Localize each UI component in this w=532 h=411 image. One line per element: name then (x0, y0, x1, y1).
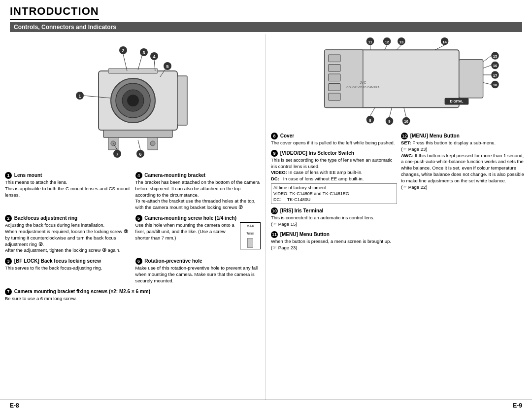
svg-line-50 (385, 45, 387, 50)
left-camera-svg: 1 2 3 4 5 (69, 41, 197, 165)
svg-text:2: 2 (122, 48, 124, 53)
svg-line-71 (370, 107, 375, 116)
main-title: INTRODUCTION (10, 5, 99, 20)
svg-rect-36 (329, 64, 340, 71)
svg-rect-37 (329, 74, 340, 81)
svg-text:1: 1 (78, 94, 81, 99)
desc-item-setawc: 12 [MENU] Menu Button SET: Press this bu… (401, 133, 527, 228)
svg-line-56 (435, 45, 445, 50)
right-diagram: JVC COLOR VIDEO CAMERA DIGITAL 11 12 (271, 34, 527, 133)
svg-line-62 (483, 65, 492, 68)
desc-item-3: 3 [BF LOCK] Back focus locking screw Thi… (5, 258, 131, 284)
svg-rect-35 (329, 55, 340, 62)
svg-text:5: 5 (166, 64, 168, 69)
desc-item-videodc: 9 [VIDEO/DC] Iris Selector Switch This i… (271, 150, 397, 205)
svg-line-77 (404, 107, 406, 117)
svg-line-74 (390, 107, 392, 117)
content-area: 1 2 3 4 5 (0, 34, 532, 400)
right-descriptions: 8 Cover The cover opens if it is pulled … (271, 133, 527, 253)
svg-text:10: 10 (404, 119, 408, 124)
svg-text:13: 13 (399, 39, 404, 44)
svg-line-53 (397, 45, 401, 50)
svg-text:DIGITAL: DIGITAL (450, 100, 464, 103)
desc-item-iris: 10 [IRIS] Iris Terminal This is connecte… (271, 207, 397, 228)
subtitle-bar: Controls, Connectors and Indicators (10, 22, 522, 32)
svg-line-29 (138, 140, 140, 150)
svg-rect-5 (108, 68, 158, 73)
svg-text:JVC: JVC (360, 80, 366, 84)
svg-text:9: 9 (388, 119, 391, 124)
left-panel: 1 2 3 4 5 (5, 34, 266, 400)
desc-item-2: 2 Backfocus adjustment ring Adjusting th… (5, 215, 131, 254)
desc-item-6: 6 Rotation-preventive hole Make use of t… (135, 258, 261, 284)
svg-rect-40 (459, 59, 483, 98)
svg-rect-38 (329, 83, 340, 91)
svg-point-4 (127, 95, 139, 106)
page: INTRODUCTION Controls, Connectors and In… (0, 0, 532, 411)
svg-text:3: 3 (142, 50, 145, 55)
svg-text:8: 8 (369, 118, 371, 122)
right-panel: JVC COLOR VIDEO CAMERA DIGITAL 11 12 (266, 34, 527, 400)
left-descriptions: 1 Lens mount This means to attach the le… (5, 172, 261, 304)
desc-item-cover: 8 Cover The cover opens if it is pulled … (271, 133, 397, 146)
title-section: INTRODUCTION Controls, Connectors and In… (0, 0, 532, 34)
svg-text:12: 12 (385, 39, 389, 44)
page-num-left: E-8 (10, 402, 19, 409)
svg-text:15: 15 (493, 54, 498, 58)
page-num-right: E-9 (513, 402, 522, 409)
right-camera-svg: JVC COLOR VIDEO CAMERA DIGITAL 11 12 (296, 35, 502, 132)
left-diagram: 1 2 3 4 5 (5, 34, 261, 172)
svg-text:COLOR VIDEO CAMERA: COLOR VIDEO CAMERA (346, 86, 379, 89)
svg-text:6: 6 (139, 152, 141, 157)
desc-item-menu: 11 [MENU] Menu Button When the button is… (271, 231, 397, 251)
desc-item-1: 1 Lens mount This means to attach the le… (5, 172, 131, 211)
svg-line-68 (483, 82, 492, 84)
svg-text:17: 17 (493, 73, 498, 77)
svg-line-59 (483, 55, 492, 62)
svg-text:16: 16 (493, 64, 498, 68)
svg-line-20 (138, 56, 142, 70)
svg-rect-11 (177, 76, 187, 125)
svg-text:4: 4 (153, 54, 155, 59)
footer: E-8 E-9 (0, 400, 532, 411)
svg-rect-6 (103, 130, 172, 137)
svg-rect-39 (329, 93, 340, 101)
desc-item-7: 7 Camera mounting bracket fixing screws … (5, 288, 261, 302)
svg-text:7: 7 (116, 152, 118, 157)
desc-item-4: 4 Camera-mounting bracket The bracket ha… (135, 172, 261, 211)
svg-text:14: 14 (442, 39, 447, 44)
svg-text:18: 18 (493, 83, 498, 87)
desc-item-5: 5 Camera-mounting screw hole (1/4 inch) … (135, 215, 261, 254)
svg-text:11: 11 (368, 39, 372, 44)
svg-point-10 (150, 141, 155, 146)
